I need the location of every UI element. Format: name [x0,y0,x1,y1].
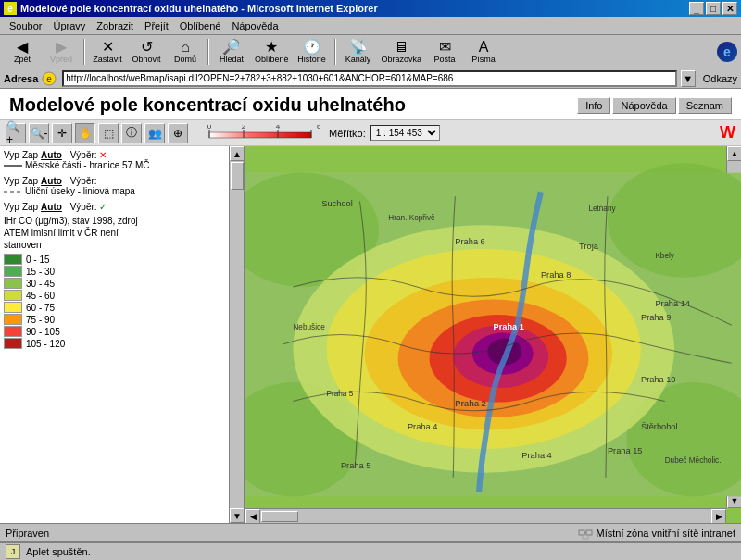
scale-svg: 0 2 4 6 km [200,125,320,142]
bottom-text: Aplet spuštěn. [26,546,91,557]
info-button[interactable]: Info [577,97,610,114]
layer-1-vyp[interactable]: Vyp [4,150,19,160]
range-4: 60 - 75 [26,303,55,313]
forward-icon: ▶ [56,40,67,55]
links-label[interactable]: Odkazy [703,73,737,84]
channels-button[interactable]: 📡 Kanály [340,37,377,67]
mail-button[interactable]: ✉ Pošta [426,37,463,67]
menu-soubor[interactable]: Soubor [4,19,47,33]
history-icon: 🕐 [303,40,321,55]
legend-item-1: 15 - 30 [4,266,225,277]
favorites-button[interactable]: ★ Oblíbené [252,37,292,67]
zoom-in-button[interactable]: 🔍+ [6,123,26,143]
title-bar: e Modelové pole koncentrací oxidu uhelna… [0,0,741,17]
applet-icon: J [6,544,20,559]
scrollbar-track [230,161,244,508]
svg-text:Nebušice: Nebušice [293,323,325,331]
back-icon: ◀ [17,40,28,55]
legend-item-3: 45 - 60 [4,290,225,301]
svg-text:e: e [47,74,53,84]
menu-zobrazit[interactable]: Zobrazit [91,19,139,33]
layer-1-selection[interactable]: Výběr: ✕ [70,150,107,160]
toolbar-separator-3 [334,39,336,65]
refresh-label: Obnovit [132,55,160,64]
menu-oblibene[interactable]: Oblíbené [174,19,227,33]
app-icon: e [4,2,17,15]
layer-2-vyp[interactable]: Vyp [4,176,19,186]
measure-button[interactable]: 👥 [144,123,165,143]
svg-rect-2 [209,132,311,138]
channels-label: Kanály [345,55,371,64]
menu-prejit[interactable]: Přejít [139,19,174,33]
zoom-out-button[interactable]: 🔍- [29,123,49,143]
layer-mestske-casti: Vyp Zap Auto Výběr: ✕ Městské části - hr… [4,150,225,170]
page-title: Modelové pole koncentrací oxidu uhelnaté… [9,94,406,116]
layer-1-auto[interactable]: Auto [41,150,62,160]
print-icon: A [479,40,489,55]
scroll-down-button[interactable]: ▼ [230,508,245,523]
refresh-button[interactable]: ↺ Obnovit [128,37,165,67]
color-4 [4,302,22,313]
layer-1-name: Městské části - hranice 57 MČ [4,160,225,170]
status-left: Připraven [6,528,49,539]
address-bar: Adresa e http://localhost/weBmap/isapi.d… [0,68,741,89]
svg-text:Dubeč Měcholic.: Dubeč Měcholic. [665,456,722,465]
favorites-icon: ★ [265,40,278,55]
svg-text:Suchdol: Suchdol [321,199,352,208]
info-tool-button[interactable]: ⓘ [121,123,142,143]
fullscreen-button[interactable]: 🖥 Obrazovka [379,37,425,67]
zoom-area-button[interactable]: ⬚ [98,123,119,143]
network-icon [578,526,593,541]
scale-select[interactable]: 1 : 154 453 [370,125,440,141]
address-input[interactable]: http://localhost/weBmap/isapi.dll?OPEN=2… [62,70,676,87]
menu-napoveda[interactable]: Nápověda [226,19,283,33]
layer-2-zap[interactable]: Zap [22,176,38,186]
fullscreen-icon: 🖥 [394,40,408,55]
svg-text:Praha 4: Praha 4 [521,451,551,460]
co-auto[interactable]: Auto [41,202,62,212]
close-button[interactable]: ✕ [722,2,737,15]
layer-1-zap[interactable]: Zap [22,150,38,160]
forward-button[interactable]: ▶ Vpřed [43,37,80,67]
svg-text:Praha 6: Praha 6 [455,237,484,246]
back-button[interactable]: ◀ Zpět [4,37,41,67]
scroll-up-button[interactable]: ▲ [230,146,245,161]
svg-text:Praha 5: Praha 5 [341,461,370,470]
menu-bar: Soubor Úpravy Zobrazit Přejít Oblíbené N… [0,17,741,35]
range-1: 15 - 30 [26,267,55,277]
map-view[interactable]: ◀ ▶ ▲ ▼ [245,146,741,523]
map-toolbar: 🔍+ 🔍- ✛ ✋ ⬚ ⓘ 👥 ⊕ [0,120,741,146]
svg-text:4: 4 [276,125,281,131]
layer-2-auto[interactable]: Auto [41,176,62,186]
home-button[interactable]: ⌂ Domů [167,37,204,67]
window-controls[interactable]: _ □ ✕ [689,2,737,15]
search-button[interactable]: 🔎 Hledat [213,37,250,67]
stop-label: Zastavit [93,55,122,64]
maximize-button[interactable]: □ [706,2,721,15]
napoveda-button[interactable]: Nápověda [612,97,675,114]
legend-item-4: 60 - 75 [4,302,225,313]
seznam-button[interactable]: Seznam [678,97,732,114]
co-selection[interactable]: Výběr: ✓ [70,202,107,212]
stop-button[interactable]: ✕ Zastavit [89,37,126,67]
pan-button[interactable]: ✛ [52,123,72,143]
color-0 [4,254,22,265]
svg-text:Praha 10: Praha 10 [641,375,676,384]
scale-bar: 0 2 4 6 km [200,125,320,142]
layer-2-selection[interactable]: Výběr: [70,176,97,186]
color-7 [4,338,22,349]
menu-upravy[interactable]: Úpravy [47,19,91,33]
minimize-button[interactable]: _ [689,2,704,15]
crosshair-button[interactable]: ⊕ [168,123,188,143]
svg-text:Praha 2: Praha 2 [455,399,485,408]
mail-icon: ✉ [439,40,451,55]
co-zap[interactable]: Zap [22,202,38,212]
address-value: http://localhost/weBmap/isapi.dll?OPEN=2… [66,73,453,83]
address-dropdown[interactable]: ▼ [681,70,696,87]
layer-2-controls: Vyp Zap Auto Výběr: [4,176,225,186]
co-vyp[interactable]: Vyp [4,202,19,212]
scrollbar-thumb[interactable] [231,162,244,190]
hand-button[interactable]: ✋ [75,123,95,143]
history-button[interactable]: 🕐 Historie [294,37,331,67]
print-button[interactable]: A Písma [465,37,502,67]
